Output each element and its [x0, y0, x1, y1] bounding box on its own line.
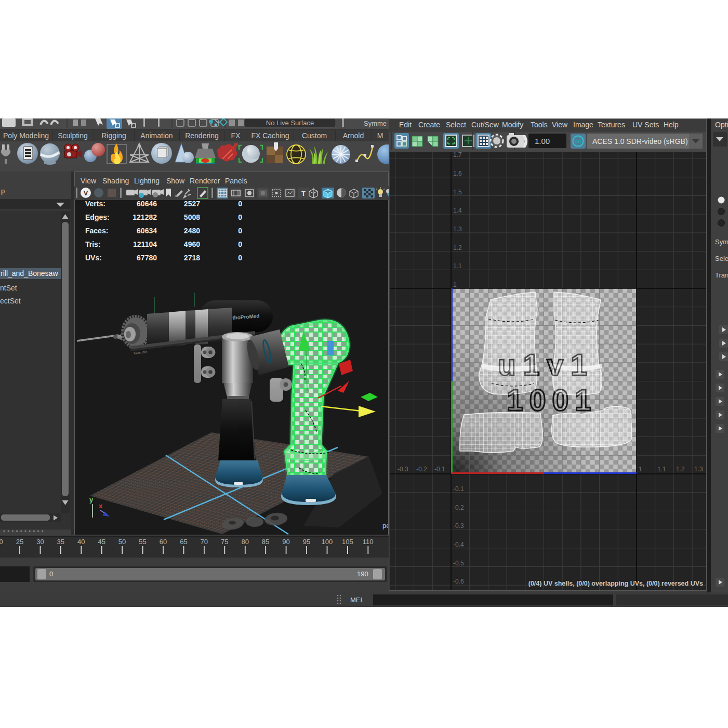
svg-text:V: V — [84, 189, 88, 197]
svg-text:2480: 2480 — [184, 227, 200, 235]
svg-text:Edges:: Edges: — [85, 213, 110, 221]
svg-text:u1v1: u1v1 — [498, 348, 594, 381]
svg-text:Tran: Tran — [715, 271, 728, 279]
svg-text:40: 40 — [77, 538, 85, 546]
svg-text:1.00: 1.00 — [535, 137, 550, 145]
svg-text:2718: 2718 — [184, 254, 200, 262]
svg-text:60634: 60634 — [137, 227, 157, 235]
svg-text:2527: 2527 — [184, 200, 200, 208]
svg-text:35: 35 — [57, 538, 64, 546]
svg-text:5008: 5008 — [184, 213, 200, 221]
svg-text:25: 25 — [16, 538, 23, 546]
svg-text:-0.2: -0.2 — [416, 466, 427, 473]
svg-text:70: 70 — [201, 538, 208, 546]
svg-text:1.2: 1.2 — [676, 466, 685, 473]
svg-text:50: 50 — [118, 538, 126, 546]
svg-text:1.2: 1.2 — [453, 244, 462, 252]
svg-text:1.4: 1.4 — [453, 207, 462, 214]
svg-text:1: 1 — [453, 281, 457, 288]
svg-text:110: 110 — [363, 538, 374, 546]
svg-text:1.1: 1.1 — [453, 262, 462, 270]
svg-text:90: 90 — [282, 538, 289, 546]
svg-text:75: 75 — [221, 538, 228, 546]
svg-text:pe: pe — [382, 522, 388, 530]
svg-text:-0.2: -0.2 — [453, 504, 464, 511]
svg-text:60646: 60646 — [137, 200, 157, 208]
svg-text:UVs:: UVs: — [85, 254, 102, 262]
svg-text:-0.5: -0.5 — [453, 560, 464, 567]
svg-text:0: 0 — [238, 227, 242, 235]
svg-text:-0.6: -0.6 — [453, 578, 464, 585]
svg-text:95: 95 — [303, 538, 310, 546]
svg-text:Tris:: Tris: — [85, 240, 101, 248]
svg-text:No Live Surface: No Live Surface — [266, 119, 314, 127]
svg-text:105: 105 — [342, 538, 353, 546]
svg-text:Symme: Symme — [364, 120, 387, 127]
svg-text:-0.3: -0.3 — [453, 522, 464, 530]
svg-text:-0.1: -0.1 — [453, 485, 464, 493]
svg-text:-0.3: -0.3 — [398, 466, 408, 473]
svg-text:45: 45 — [98, 538, 105, 546]
svg-text:-0.4: -0.4 — [453, 541, 464, 548]
svg-text:0: 0 — [238, 240, 242, 248]
svg-text:y: y — [89, 496, 94, 504]
svg-text:-0.1: -0.1 — [434, 466, 445, 473]
svg-text:1001: 1001 — [507, 383, 598, 417]
svg-text:30: 30 — [36, 538, 44, 546]
svg-text:121282: 121282 — [133, 213, 157, 221]
svg-text:ON: ON — [575, 139, 581, 144]
svg-text:0: 0 — [238, 254, 242, 262]
svg-text:0: 0 — [238, 200, 242, 208]
svg-text:80: 80 — [241, 538, 248, 546]
svg-text:1.3: 1.3 — [694, 466, 703, 473]
svg-text:85: 85 — [262, 538, 269, 546]
svg-text:1.5: 1.5 — [453, 189, 462, 196]
svg-text:Verts:: Verts: — [85, 200, 105, 208]
svg-text:Sele: Sele — [715, 255, 728, 262]
svg-text:1.6: 1.6 — [453, 170, 462, 177]
svg-text:(0/4) UV shells, (0/0) overlap: (0/4) UV shells, (0/0) overlapping UVs, … — [528, 580, 703, 587]
svg-text:ACES 1.0 SDR-video (sRGB): ACES 1.0 SDR-video (sRGB) — [592, 137, 688, 145]
svg-text:20: 20 — [0, 538, 3, 546]
svg-text:100: 100 — [322, 538, 333, 546]
svg-text:60: 60 — [160, 538, 167, 546]
svg-text:Sym: Sym — [715, 238, 728, 246]
svg-text:4960: 4960 — [184, 240, 200, 248]
svg-text:67780: 67780 — [137, 254, 157, 262]
svg-text:x: x — [99, 502, 103, 510]
svg-text:65: 65 — [180, 538, 187, 546]
svg-text:1: 1 — [639, 466, 642, 473]
svg-text:1.7: 1.7 — [453, 152, 462, 158]
svg-text:55: 55 — [139, 538, 146, 546]
svg-text:121104: 121104 — [133, 240, 157, 248]
svg-text:0: 0 — [238, 213, 242, 221]
svg-text:1.3: 1.3 — [453, 226, 462, 233]
svg-text:1.1: 1.1 — [657, 466, 666, 473]
svg-text:T: T — [301, 190, 306, 197]
svg-text:Faces:: Faces: — [85, 227, 108, 235]
